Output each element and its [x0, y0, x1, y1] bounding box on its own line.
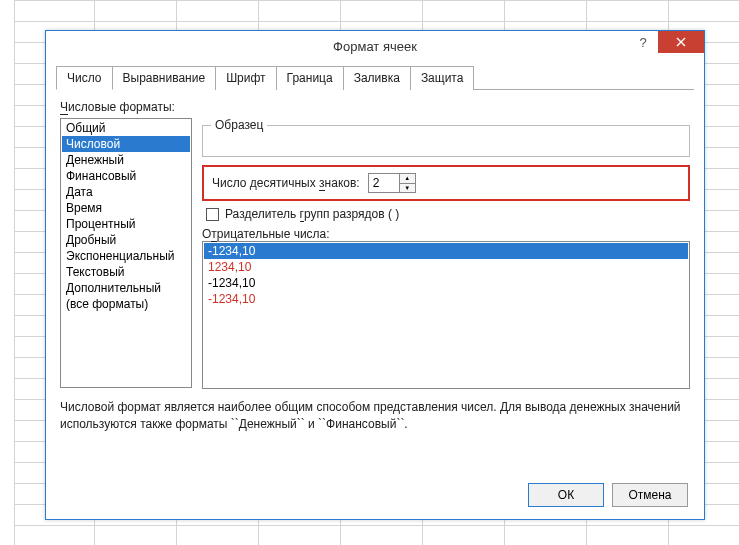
category-item[interactable]: Денежный	[62, 152, 190, 168]
spin-down-button[interactable]: ▼	[400, 184, 415, 193]
close-icon	[676, 37, 686, 47]
negative-label: Отрицательные числа:	[202, 227, 690, 241]
tab-5[interactable]: Защита	[410, 66, 475, 90]
help-icon: ?	[639, 35, 646, 50]
negative-numbers-listbox[interactable]: -1234,101234,10-1234,10-1234,10	[202, 241, 690, 389]
format-description: Числовой формат является наиболее общим …	[60, 399, 690, 433]
sample-group: Образец	[202, 118, 690, 157]
thousands-separator-row: Разделитель групп разрядов ( )	[206, 207, 690, 221]
thousands-separator-checkbox[interactable]	[206, 208, 219, 221]
negative-item[interactable]: -1234,10	[204, 243, 688, 259]
category-item[interactable]: Процентный	[62, 216, 190, 232]
tab-4[interactable]: Заливка	[343, 66, 411, 90]
category-item[interactable]: Дополнительный	[62, 280, 190, 296]
categories-label: Числовые форматы:	[60, 100, 690, 114]
negative-item[interactable]: -1234,10	[204, 275, 688, 291]
close-button[interactable]	[658, 31, 704, 53]
category-item[interactable]: Текстовый	[62, 264, 190, 280]
cancel-button[interactable]: Отмена	[612, 483, 688, 507]
category-item[interactable]: Время	[62, 200, 190, 216]
category-item[interactable]: Финансовый	[62, 168, 190, 184]
tab-2[interactable]: Шрифт	[215, 66, 276, 90]
tab-strip: ЧислоВыравниваниеШрифтГраницаЗаливкаЗащи…	[56, 65, 694, 90]
sample-label: Образец	[211, 118, 267, 132]
category-item[interactable]: (все форматы)	[62, 296, 190, 312]
ok-button[interactable]: ОК	[528, 483, 604, 507]
category-item[interactable]: Экспоненциальный	[62, 248, 190, 264]
decimals-input[interactable]	[369, 174, 399, 192]
right-pane: Образец Число десятичных знаков: ▲ ▼	[202, 118, 690, 389]
decimals-label: Число десятичных знаков:	[212, 176, 360, 190]
dialog-body: Числовые форматы: ОбщийЧисловойДенежныйФ…	[46, 90, 704, 447]
category-listbox[interactable]: ОбщийЧисловойДенежныйФинансовыйДатаВремя…	[60, 118, 192, 388]
category-item[interactable]: Дата	[62, 184, 190, 200]
spin-up-button[interactable]: ▲	[400, 174, 415, 184]
help-button[interactable]: ?	[628, 31, 658, 53]
negative-item[interactable]: -1234,10	[204, 291, 688, 307]
negative-item[interactable]: 1234,10	[204, 259, 688, 275]
dialog-title: Формат ячеек	[333, 39, 417, 54]
category-item[interactable]: Дробный	[62, 232, 190, 248]
tab-3[interactable]: Граница	[276, 66, 344, 90]
tab-0[interactable]: Число	[56, 66, 113, 90]
decimals-spinner: ▲ ▼	[368, 173, 416, 193]
format-cells-dialog: Формат ячеек ? ЧислоВыравниваниеШрифтГра…	[45, 30, 705, 520]
tab-1[interactable]: Выравнивание	[112, 66, 217, 90]
dialog-buttons: ОК Отмена	[528, 483, 688, 507]
thousands-separator-label: Разделитель групп разрядов ( )	[225, 207, 399, 221]
category-item[interactable]: Числовой	[62, 136, 190, 152]
titlebar: Формат ячеек ?	[46, 31, 704, 61]
decimals-highlight: Число десятичных знаков: ▲ ▼	[202, 165, 690, 201]
category-item[interactable]: Общий	[62, 120, 190, 136]
